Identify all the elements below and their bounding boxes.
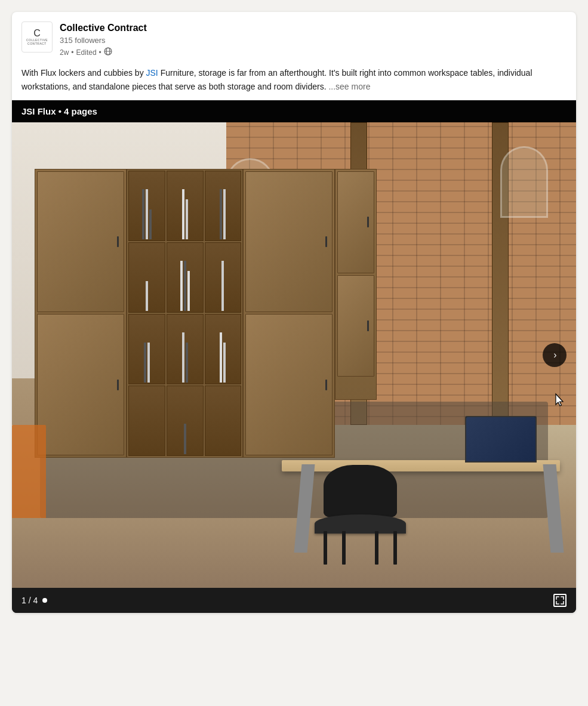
book-12 (221, 261, 224, 311)
chair-leg-4 (393, 531, 397, 565)
chair-front (315, 460, 406, 565)
shelf-cell-2 (167, 171, 204, 241)
book-10 (184, 261, 186, 311)
window-right (500, 146, 548, 218)
laptop-screen (466, 417, 536, 461)
next-arrow-icon: › (553, 350, 556, 360)
meta-separator1: • (71, 48, 73, 58)
table-leg-left (294, 464, 315, 553)
locker-handle-2 (117, 380, 119, 390)
shelf-cell-5 (167, 242, 204, 313)
chair-leg-3 (375, 531, 378, 565)
meta-separator2: • (99, 48, 101, 58)
bottom-bar: 1 / 4 (12, 588, 576, 613)
book-8 (146, 281, 148, 311)
book-5 (186, 199, 188, 239)
locker-left (35, 169, 127, 458)
book-14 (147, 343, 150, 383)
header-info: Collective Contract 315 followers 2w • E… (60, 21, 147, 58)
book-1 (142, 189, 144, 239)
chair-back (324, 465, 397, 517)
shelf-cell-4 (128, 242, 165, 313)
shelf-section (127, 169, 244, 458)
locker-door-1 (37, 171, 124, 312)
locker-door-3 (245, 171, 333, 312)
book-4 (182, 189, 184, 239)
shelf-cell-11 (167, 386, 204, 456)
book-17 (220, 332, 222, 383)
fullscreen-icon (556, 596, 564, 605)
next-slide-button[interactable]: › (543, 343, 567, 367)
furniture-scene: › (12, 122, 576, 588)
book-6 (220, 189, 222, 239)
shelf-cell-7 (128, 314, 165, 384)
chair-leg-1 (324, 531, 327, 565)
locker-door-2 (37, 314, 124, 455)
book-13 (144, 343, 146, 383)
followers-count: 315 followers (60, 35, 147, 46)
progress-indicator (42, 598, 47, 603)
book-16 (186, 343, 188, 383)
shelf-cell-10 (128, 386, 165, 456)
post-text: With Flux lockers and cubbies by JSI Fur… (21, 66, 567, 93)
shelf-cell-8 (167, 314, 204, 384)
shelf-cell-3 (205, 171, 242, 241)
orange-chair (12, 425, 46, 518)
locker-handle-3 (325, 236, 327, 247)
locker-handle-6 (367, 320, 369, 331)
book-7 (223, 189, 226, 239)
book-18 (223, 343, 226, 383)
linkedin-post-card: C COLLECTIVECONTRACT Collective Contract… (12, 12, 576, 613)
chair-seat (315, 514, 406, 534)
book-11 (187, 271, 190, 311)
shelf-cell-9 (205, 314, 242, 384)
globe-icon (104, 47, 112, 58)
book-3 (149, 209, 152, 239)
doc-image: › (12, 122, 576, 588)
table-leg-right (543, 464, 564, 553)
see-more-link[interactable]: ...see more (328, 82, 370, 91)
post-header: C COLLECTIVECONTRACT Collective Contract… (12, 12, 576, 64)
avatar[interactable]: C COLLECTIVECONTRACT (21, 21, 53, 53)
post-meta: 2w • Edited • (60, 47, 147, 58)
document-preview: JSI Flux • 4 pages (12, 100, 576, 613)
company-name[interactable]: Collective Contract (60, 21, 147, 35)
laptop (465, 416, 537, 463)
post-edited: Edited (76, 48, 97, 58)
locker-door-5 (337, 171, 374, 273)
page-label: 1 / 4 (21, 596, 38, 605)
cursor-icon (553, 393, 568, 407)
book-19 (184, 424, 186, 454)
post-body: With Flux lockers and cubbies by JSI Fur… (12, 64, 576, 100)
shelf-cell-1 (128, 171, 165, 241)
table-area (249, 332, 576, 565)
jsi-link[interactable]: JSI (146, 68, 158, 78)
shelf-cell-6 (205, 242, 242, 313)
text-before-link: With Flux lockers and cubbies by (21, 68, 146, 78)
doc-title-bar: JSI Flux • 4 pages (12, 100, 576, 122)
fullscreen-button[interactable] (553, 594, 567, 607)
shelf-cell-12 (205, 386, 242, 456)
chair-leg-2 (342, 531, 346, 565)
locker-handle-1 (117, 236, 119, 247)
post-time: 2w (60, 48, 69, 58)
book-15 (182, 332, 184, 383)
logo-letter: C (33, 29, 41, 38)
page-counter: 1 / 4 (21, 596, 47, 605)
book-2 (146, 189, 148, 239)
locker-handle-5 (367, 217, 369, 227)
doc-title: JSI Flux • 4 pages (21, 106, 97, 116)
company-logo: C COLLECTIVECONTRACT (21, 21, 53, 53)
book-9 (180, 261, 183, 311)
logo-text: COLLECTIVECONTRACT (26, 38, 48, 45)
